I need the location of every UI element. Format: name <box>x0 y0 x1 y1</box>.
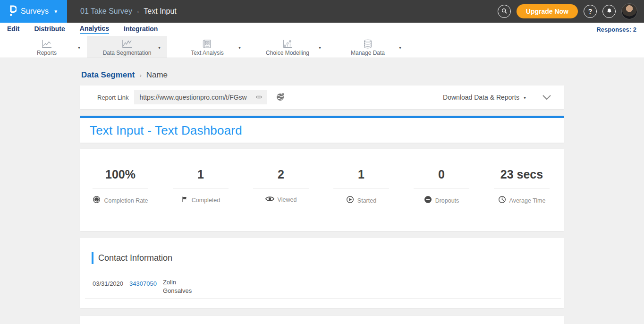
top-header: Surveys ▼ 01 Take Survey › Text Input Up… <box>0 0 644 23</box>
chevron-down-icon[interactable]: ▾ <box>158 45 161 50</box>
toolbar-item-label: Data Segmentation <box>103 50 152 56</box>
nav-item-distribute[interactable]: Distribute <box>34 25 65 34</box>
stat-viewed: 2 Viewed <box>242 168 320 231</box>
product-name: Surveys <box>21 7 49 16</box>
user-avatar[interactable] <box>621 3 637 19</box>
contact-information-heading: Contact Information <box>98 253 172 263</box>
help-button[interactable]: ? <box>584 5 597 18</box>
stat-value: 1 <box>322 168 400 181</box>
stat-label: Completion Rate <box>104 197 148 204</box>
download-label: Download Data & Reports <box>443 94 519 101</box>
segmentation-chart-icon <box>121 39 133 49</box>
breadcrumb-survey-name[interactable]: 01 Take Survey <box>80 7 132 16</box>
report-link-label: Report Link <box>97 94 128 101</box>
contact-information-card: Contact Information 03/31/2020 34307050 … <box>80 238 564 308</box>
bell-icon <box>606 8 612 16</box>
main-content: Data Segment › Name Report Link <box>0 58 644 324</box>
stat-dropouts: 0 Dropouts <box>402 168 481 231</box>
divider <box>85 298 561 299</box>
search-icon <box>501 8 508 16</box>
divider <box>414 188 469 188</box>
database-icon <box>363 39 373 49</box>
question-mark-icon: ? <box>588 8 593 15</box>
breadcrumb: 01 Take Survey › Text Input <box>80 7 177 16</box>
clock-icon <box>498 196 506 205</box>
notifications-button[interactable] <box>602 5 616 18</box>
divider <box>93 188 148 188</box>
toolbar-item-manage-data[interactable]: Manage Data ▾ <box>328 36 408 58</box>
choice-modelling-icon <box>282 39 293 49</box>
stat-value: 0 <box>402 168 481 181</box>
divider <box>494 188 550 188</box>
response-id-link[interactable]: 34307050 <box>129 278 157 287</box>
search-button[interactable] <box>498 5 511 18</box>
stat-value: 23 secs <box>483 168 561 181</box>
survey-stats-card: 100% Completion Rate 1 Completed <box>80 149 564 231</box>
toolbar-item-label: Text Analysis <box>191 50 223 56</box>
stat-completed: 1 Completed <box>161 168 240 231</box>
report-link-card: Report Link Download Data & Reports <box>80 85 564 109</box>
toolbar-item-choice-modelling[interactable]: Choice Modelling ▾ <box>247 36 328 58</box>
stat-value: 2 <box>242 168 320 181</box>
stat-average-time: 23 secs Average Time <box>483 168 561 231</box>
toolbar-item-data-segmentation[interactable]: Data Segmentation ▾ <box>87 36 167 58</box>
analytics-toolbar: Reports ▾ Data Segmentation ▾ Text Analy… <box>0 36 644 58</box>
segment-breadcrumb: Data Segment › Name <box>80 70 564 80</box>
collapse-section-chevron[interactable] <box>542 94 551 100</box>
stat-started: 1 Started <box>322 168 400 231</box>
globe-lock-icon[interactable] <box>276 92 285 103</box>
toolbar-item-reports[interactable]: Reports ▾ <box>7 36 87 58</box>
respondent-name: Zolin Gonsalves <box>163 278 196 295</box>
stat-value: 1 <box>161 168 240 181</box>
toolbar-item-label: Choice Modelling <box>266 50 309 56</box>
toolbar-item-text-analysis[interactable]: Text Analysis ▾ <box>167 36 247 58</box>
upgrade-now-button[interactable]: Upgrade Now <box>517 4 578 18</box>
response-date: 03/31/2020 <box>93 278 123 287</box>
chevron-down-icon[interactable]: ▾ <box>78 45 80 50</box>
link-icon[interactable] <box>254 93 263 103</box>
section-accent-bar <box>92 252 93 264</box>
stat-label: Dropouts <box>435 197 459 204</box>
breadcrumb-separator: › <box>137 8 139 15</box>
chevron-down-icon: ▼ <box>53 9 58 14</box>
dashboard-title: Text Input - Text Dashboard <box>90 123 242 138</box>
report-link-input[interactable] <box>134 90 267 104</box>
minus-circle-icon <box>424 196 432 205</box>
flag-icon <box>181 196 188 205</box>
chevron-down-icon[interactable]: ▾ <box>319 45 321 50</box>
eye-icon <box>265 196 274 204</box>
divider <box>173 188 229 188</box>
breadcrumb-data-segment-link[interactable]: Data Segment <box>81 70 135 80</box>
stat-label: Viewed <box>278 196 297 203</box>
chevron-down-icon: ▾ <box>524 95 526 100</box>
stat-value: 100% <box>81 168 160 181</box>
stat-completion-rate: 100% Completion Rate <box>81 168 160 231</box>
survey-nav: Edit Distribute Analytics Integration Re… <box>0 23 644 36</box>
stat-label: Started <box>357 197 376 204</box>
dashboard-title-card: Text Input - Text Dashboard <box>80 116 564 143</box>
next-section-card <box>80 316 564 324</box>
questionpro-logo-icon <box>8 5 17 18</box>
stat-label: Average Time <box>509 197 546 204</box>
divider <box>333 188 389 188</box>
play-icon <box>346 196 354 205</box>
line-chart-icon <box>41 39 52 49</box>
chevron-down-icon[interactable]: ▾ <box>399 45 401 50</box>
responses-count[interactable]: Responses: 2 <box>596 26 636 33</box>
header-actions: Upgrade Now ? <box>498 0 637 23</box>
nav-item-analytics[interactable]: Analytics <box>80 25 109 34</box>
breadcrumb-separator: › <box>139 72 141 79</box>
toolbar-item-label: Reports <box>37 50 57 56</box>
breadcrumb-current-segment: Name <box>146 70 168 80</box>
nav-item-edit[interactable]: Edit <box>7 25 19 34</box>
download-data-reports-dropdown[interactable]: Download Data & Reports ▾ <box>443 94 526 101</box>
completion-rate-icon <box>93 196 101 205</box>
nav-item-integration[interactable]: Integration <box>124 25 158 34</box>
toolbar-item-label: Manage Data <box>351 50 385 56</box>
stat-label: Completed <box>192 197 220 204</box>
product-switcher[interactable]: Surveys ▼ <box>0 0 67 23</box>
divider <box>253 188 309 188</box>
text-analysis-icon <box>202 39 212 49</box>
contact-row: 03/31/2020 34307050 Zolin Gonsalves <box>93 278 564 295</box>
chevron-down-icon[interactable]: ▾ <box>238 45 241 50</box>
